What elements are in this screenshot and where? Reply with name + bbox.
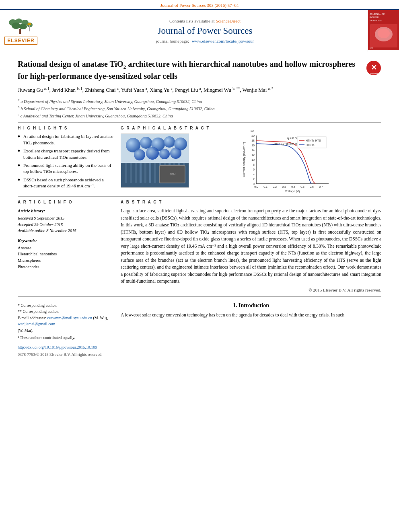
history-heading: Article history:: [18, 207, 113, 214]
affil-a: a a Department of Physics and Siyuan Lab…: [18, 97, 381, 105]
journal-citation-header: Journal of Power Sources 303 (2016) 57–6…: [0, 0, 399, 9]
svg-text:8: 8: [253, 163, 255, 166]
journal-center-info: Contents lists available at ScienceDirec…: [42, 10, 368, 52]
article-history: Article history: Received 9 September 20…: [18, 207, 113, 234]
highlight-item-1: ◆ A rational design for fabricating bi-l…: [18, 134, 113, 146]
affil-c: c c Analytical and Testing Center, Jinan…: [18, 112, 381, 119]
abstract-heading: A B S T R A C T: [121, 200, 381, 204]
journal-bar: ELSEVIER Contents lists available at Sci…: [0, 9, 399, 52]
elsevier-tree-icon: [5, 18, 37, 36]
nano-image: SEM: [121, 134, 189, 188]
svg-text:0.7: 0.7: [319, 185, 323, 188]
svg-rect-34: [135, 163, 137, 183]
svg-rect-7: [19, 29, 21, 34]
cover-art-icon: JOURNAL OF POWER SOURCES 303: [368, 10, 399, 50]
svg-text:0.2: 0.2: [273, 185, 277, 188]
highlights-heading: H I G H L I G H T S: [18, 126, 113, 130]
doi-link[interactable]: http://dx.doi.org/10.1016/j.jpowsour.201…: [18, 345, 97, 349]
svg-text:0.3: 0.3: [282, 185, 286, 188]
svg-text:POWER: POWER: [370, 16, 379, 18]
section-divider-1: [18, 122, 381, 123]
email2-name: (W. Mai).: [18, 327, 113, 334]
info-abstract-row: A R T I C L E I N F O Article history: R…: [18, 200, 381, 292]
svg-text:14: 14: [251, 149, 255, 152]
homepage-line: journal homepage: www.elsevier.com/locat…: [49, 39, 361, 43]
svg-text:0.6: 0.6: [310, 185, 314, 188]
elsevier-wordmark: ELSEVIER: [4, 37, 37, 45]
svg-text:303: 303: [370, 47, 373, 49]
section-divider-2: [18, 196, 381, 197]
svg-text:HTNTs: HTNTs: [306, 144, 315, 146]
footnotes-section: * Corresponding author. ** Corresponding…: [18, 302, 113, 358]
email1-name: (M. Wu),: [93, 316, 108, 320]
abstract-section: A B S T R A C T Large surface area, suff…: [121, 200, 381, 292]
svg-rect-38: [154, 163, 156, 183]
svg-rect-37: [149, 163, 151, 183]
homepage-link[interactable]: www.elsevier.com/locate/jpowsour: [192, 39, 254, 43]
svg-text:12: 12: [251, 154, 255, 156]
sciencedirect-info: Contents lists available at ScienceDirec…: [49, 18, 361, 23]
svg-point-29: [159, 149, 170, 159]
sciencedirect-link[interactable]: ScienceDirect: [216, 18, 241, 23]
graphical-abstract-content: SEM: [121, 134, 381, 193]
highlights-list: ◆ A rational design for fabricating bi-l…: [18, 134, 113, 189]
svg-point-27: [134, 149, 145, 160]
available-date: Available online 8 November 2015: [18, 228, 113, 234]
introduction-section: 1. Introduction A low-cost solar energy …: [121, 302, 381, 358]
email-block: E-mail addresses: ceswmm@mail.sysu.edu.c…: [18, 315, 113, 327]
svg-point-25: [164, 136, 175, 148]
svg-text:0.1: 0.1: [263, 185, 267, 188]
article-title: Rational design of anatase TiO2 architec…: [18, 59, 361, 82]
svg-point-30: [170, 148, 181, 159]
introduction-heading: 1. Introduction: [121, 302, 381, 309]
svg-text:6: 6: [253, 168, 255, 171]
title-text-1: Rational design of anatase TiO: [18, 60, 123, 68]
affiliations-block: a a Department of Physics and Siyuan Lab…: [18, 97, 381, 119]
abstract-text: Large surface area, sufficient light-har…: [121, 207, 381, 285]
graphical-abstract-section: G R A P H I C A L A B S T R A C T: [121, 126, 381, 193]
copyright-line: © 2015 Elsevier B.V. All rights reserved…: [121, 288, 381, 292]
keywords-section: Keywords: Anatase Hierarchical nanotubes…: [18, 237, 113, 270]
crossmark-icon: ✕ CrossMark: [366, 60, 381, 76]
email2-link[interactable]: wenjiemai@gmail.com: [18, 322, 55, 326]
svg-text:✕: ✕: [371, 64, 377, 72]
svg-text:JOURNAL OF: JOURNAL OF: [370, 13, 385, 15]
svg-text:0.0: 0.0: [254, 185, 258, 188]
bottom-row: * Corresponding author. ** Corresponding…: [18, 300, 381, 358]
nano-structure-graphic: SEM: [121, 134, 189, 188]
svg-point-28: [146, 147, 159, 160]
svg-text:SEM: SEM: [169, 173, 175, 176]
keyword-3: Microspheres: [18, 257, 113, 264]
citation-text: Journal of Power Sources 303 (2016) 57–6…: [160, 3, 239, 8]
svg-text:0: 0: [253, 183, 255, 185]
keyword-4: Photoanodes: [18, 264, 113, 270]
journal-title: Journal of Power Sources: [49, 26, 361, 36]
crossmark-badge: ✕ CrossMark: [366, 60, 381, 77]
svg-text:16: 16: [251, 144, 255, 147]
article-info-section: A R T I C L E I N F O Article history: R…: [18, 200, 113, 292]
svg-point-6: [19, 24, 27, 29]
svg-text:20: 20: [251, 134, 255, 137]
accepted-date: Accepted 29 October 2015: [18, 222, 113, 228]
highlights-section: H I G H L I G H T S ◆ A rational design …: [18, 126, 113, 193]
email1-link[interactable]: ceswmm@mail.sysu.edu.cn: [47, 316, 93, 320]
svg-text:10: 10: [251, 158, 255, 161]
section-divider-3: [18, 296, 381, 297]
svg-text:Current density (mA cm⁻²): Current density (mA cm⁻²): [242, 142, 246, 177]
received-date: Received 9 September 2015: [18, 215, 113, 222]
svg-text:22: 22: [251, 129, 254, 132]
svg-rect-33: [130, 163, 132, 183]
svg-text:Voltage (V): Voltage (V): [285, 189, 300, 193]
svg-text:0.4: 0.4: [291, 185, 295, 188]
keywords-heading: Keywords:: [18, 237, 113, 244]
svg-point-16: [378, 29, 390, 38]
doi-link-container: http://dx.doi.org/10.1016/j.jpowsour.201…: [18, 344, 113, 351]
svg-text:CrossMark: CrossMark: [368, 72, 379, 75]
highlight-item-3: ◆ Pronounced light scattering ability on…: [18, 162, 113, 175]
svg-text:2: 2: [253, 178, 255, 181]
svg-rect-35: [140, 163, 142, 183]
svg-text:HTNTs-HTS: HTNTs-HTS: [306, 139, 321, 142]
iv-curve-chart: 0 2 4 6 8 10 12 14 16 18 20 22 0.0: [193, 134, 381, 193]
issn-line: 0378-7753/© 2015 Elsevier B.V. All right…: [18, 351, 113, 358]
introduction-text: A low-cost solar energy conversion techn…: [121, 312, 381, 319]
